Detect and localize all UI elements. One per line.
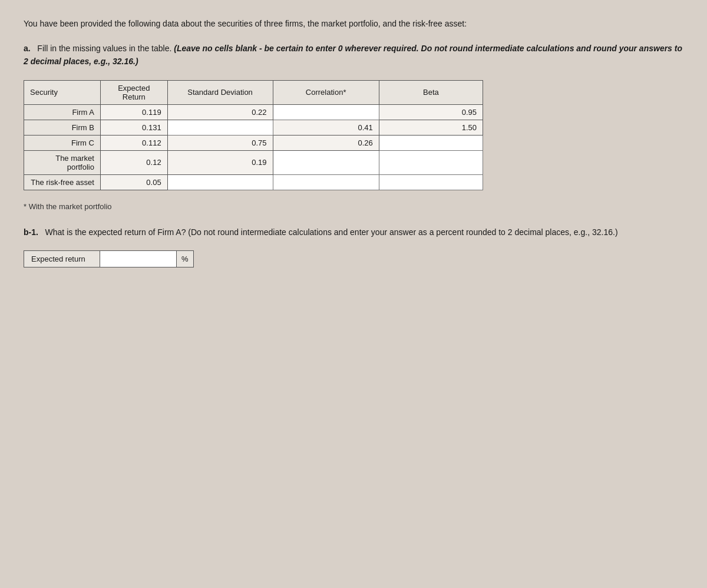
col-header-expected-return: Expected Return bbox=[100, 80, 167, 104]
beta-firm-a: 0.95 bbox=[379, 104, 483, 120]
correlation-firm-a-input[interactable] bbox=[273, 104, 379, 120]
std-dev-market: 0.19 bbox=[167, 150, 273, 174]
table-row: The market portfolio 0.12 0.19 bbox=[24, 150, 483, 174]
table-row: Firm A 0.119 0.22 0.95 bbox=[24, 104, 483, 120]
correlation-market-field[interactable] bbox=[279, 158, 373, 167]
beta-firm-c-input[interactable] bbox=[379, 135, 483, 150]
expected-return-firm-a: 0.119 bbox=[100, 104, 167, 120]
section-b1-text: b-1. What is the expected return of Firm… bbox=[24, 226, 683, 239]
table-footnote: * With the market portfolio bbox=[24, 202, 683, 211]
beta-market-field[interactable] bbox=[385, 158, 477, 167]
std-dev-firm-c: 0.75 bbox=[167, 135, 273, 150]
security-name-riskfree: The risk-free asset bbox=[24, 174, 101, 190]
correlation-market-input[interactable] bbox=[273, 150, 379, 174]
col-header-security: Security bbox=[24, 80, 101, 104]
security-name-firm-b: Firm B bbox=[24, 120, 101, 135]
intro-text: You have been provided the following dat… bbox=[24, 18, 683, 30]
securities-table: Security Expected Return Standard Deviat… bbox=[24, 80, 483, 190]
table-row: Firm B 0.131 0.41 1.50 bbox=[24, 120, 483, 135]
beta-firm-b: 1.50 bbox=[379, 120, 483, 135]
percent-symbol: % bbox=[177, 250, 194, 267]
correlation-firm-c: 0.26 bbox=[273, 135, 379, 150]
col-header-beta: Beta bbox=[379, 80, 483, 104]
expected-return-riskfree: 0.05 bbox=[100, 174, 167, 190]
col-header-correlation: Correlation* bbox=[273, 80, 379, 104]
section-b1: b-1. What is the expected return of Firm… bbox=[24, 226, 683, 239]
data-table-container: Security Expected Return Standard Deviat… bbox=[24, 80, 683, 190]
beta-market-input[interactable] bbox=[379, 150, 483, 174]
security-name-firm-c: Firm C bbox=[24, 135, 101, 150]
expected-return-firm-c: 0.112 bbox=[100, 135, 167, 150]
section-a: a. Fill in the missing values in the tab… bbox=[24, 42, 683, 68]
std-dev-riskfree-field[interactable] bbox=[174, 178, 267, 187]
std-dev-firm-a: 0.22 bbox=[167, 104, 273, 120]
beta-riskfree-field[interactable] bbox=[385, 178, 477, 187]
std-dev-firm-b-input[interactable] bbox=[167, 120, 273, 135]
std-dev-firm-b-field[interactable] bbox=[174, 123, 267, 132]
beta-firm-c-field[interactable] bbox=[385, 138, 477, 147]
correlation-riskfree-input[interactable] bbox=[273, 174, 379, 190]
table-row: The risk-free asset 0.05 bbox=[24, 174, 483, 190]
beta-riskfree-input[interactable] bbox=[379, 174, 483, 190]
correlation-riskfree-field[interactable] bbox=[279, 178, 373, 187]
section-b1-plain: What is the expected return of Firm A? bbox=[45, 227, 186, 237]
expected-return-market: 0.12 bbox=[100, 150, 167, 174]
security-name-market: The market portfolio bbox=[24, 150, 101, 174]
security-name-firm-a: Firm A bbox=[24, 104, 101, 120]
correlation-firm-b: 0.41 bbox=[273, 120, 379, 135]
expected-return-label: Expected return bbox=[24, 250, 100, 267]
section-b1-bold-italic: (Do not round intermediate calculations … bbox=[188, 227, 617, 237]
instruction-plain: Fill in the missing values in the table. bbox=[37, 44, 171, 53]
col-header-std-dev: Standard Deviation bbox=[167, 80, 273, 104]
section-b1-label: b-1. bbox=[24, 227, 38, 237]
expected-return-input[interactable] bbox=[100, 250, 177, 267]
instruction-text: a. Fill in the missing values in the tab… bbox=[24, 42, 683, 68]
answer-row: Expected return % bbox=[24, 250, 683, 267]
table-row: Firm C 0.112 0.75 0.26 bbox=[24, 135, 483, 150]
std-dev-riskfree-input[interactable] bbox=[167, 174, 273, 190]
expected-return-firm-b: 0.131 bbox=[100, 120, 167, 135]
section-a-label: a. bbox=[24, 44, 31, 53]
correlation-firm-a-field[interactable] bbox=[279, 108, 373, 117]
